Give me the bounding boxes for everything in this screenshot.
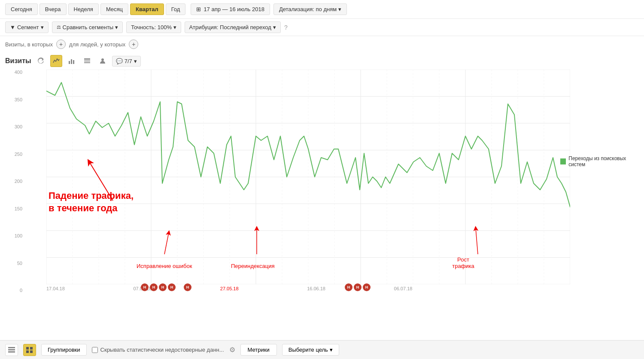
accuracy-button[interactable]: Точность: 100% ▾ <box>126 21 181 33</box>
svg-rect-47 <box>30 350 33 353</box>
chart-wrapper: 400 350 300 250 200 150 100 50 0 <box>4 70 640 306</box>
legend-label: Переходы из поисковых систем <box>568 155 640 167</box>
grouping-button[interactable]: Группировки <box>41 344 87 356</box>
tab-week[interactable]: Неделя <box>68 3 99 15</box>
event-marker-h8: H <box>363 283 371 291</box>
user-icon <box>99 58 106 64</box>
hide-stats-checkbox[interactable] <box>92 347 98 353</box>
list-view-button[interactable] <box>5 344 18 356</box>
legend: Переходы из поисковых систем <box>560 155 640 167</box>
main-chart <box>46 70 570 284</box>
user-icon-button[interactable] <box>97 55 109 67</box>
event-marker-h4: H <box>168 283 176 291</box>
attribution-button[interactable]: Атрибуция: Последний переход ▾ <box>185 21 281 33</box>
svg-rect-5 <box>84 62 90 63</box>
goals-button[interactable]: Выберите цель ▾ <box>282 344 339 356</box>
tab-year[interactable]: Год <box>166 3 186 15</box>
visits-label: Визиты, в которых <box>5 41 53 48</box>
line-chart-icon-button[interactable] <box>50 55 62 67</box>
calendar-icon: ⊞ <box>196 6 201 12</box>
svg-rect-2 <box>73 60 74 64</box>
svg-rect-41 <box>8 347 15 348</box>
compare-icon: ⚖ <box>57 24 61 30</box>
event-marker-h2: H <box>150 283 158 291</box>
filter-icon: ▼ <box>10 24 15 30</box>
chevron-down-icon: ▾ <box>173 24 176 30</box>
x-label-3: 27.05.18 <box>220 286 239 291</box>
counter-button[interactable]: 💬 7/7 ▾ <box>112 56 141 67</box>
chevron-down-icon: ▾ <box>115 24 118 30</box>
tab-month[interactable]: Месяц <box>100 3 128 15</box>
bar-chart-icon-button[interactable] <box>66 55 78 67</box>
add-visit-condition-button[interactable]: + <box>56 40 66 49</box>
svg-rect-44 <box>26 347 29 350</box>
y-label-300: 300 <box>15 124 22 129</box>
svg-rect-1 <box>71 59 72 64</box>
chart-title: Визиты <box>5 57 31 65</box>
y-label-0: 0 <box>20 288 22 293</box>
date-range-label: 17 апр — 16 июль 2018 <box>204 6 264 12</box>
grid-view-button[interactable] <box>23 344 36 356</box>
y-label-200: 200 <box>15 179 22 184</box>
y-label-250: 250 <box>15 152 22 157</box>
legend-color-box <box>560 158 566 164</box>
y-axis: 400 350 300 250 200 150 100 50 0 <box>4 70 25 293</box>
list-view-icon <box>8 347 15 353</box>
line-chart-icon <box>53 58 60 64</box>
segment-bar: Визиты, в которых + для людей, у которых… <box>0 36 644 52</box>
event-marker-h7: H <box>354 283 361 291</box>
svg-rect-42 <box>8 349 15 350</box>
accuracy-label: Точность: 100% <box>131 24 172 30</box>
table-icon <box>84 58 91 64</box>
event-marker-h6: H <box>345 283 352 291</box>
comment-icon: 💬 <box>116 58 123 64</box>
metrics-button[interactable]: Метрики <box>240 344 277 356</box>
chevron-down-icon: ▾ <box>338 6 341 12</box>
svg-point-6 <box>101 58 104 61</box>
goals-label: Выберите цель <box>289 347 328 353</box>
grid-view-icon <box>26 347 33 353</box>
chart-header: Визиты 💬 7/7 ▾ <box>0 52 644 70</box>
x-label-5: 06.07.18 <box>394 286 413 291</box>
chevron-down-icon: ▾ <box>273 24 276 30</box>
detalization-button[interactable]: Детализация: по дням ▾ <box>273 3 347 15</box>
add-people-condition-button[interactable]: + <box>129 40 138 49</box>
svg-rect-0 <box>69 61 70 64</box>
attribution-label: Атрибуция: Последний переход <box>189 24 271 30</box>
bar-chart-icon <box>68 58 75 64</box>
top-bar: Сегодня Вчера Неделя Месяц Квартал Год ⊞… <box>0 0 644 19</box>
y-label-50: 50 <box>17 261 22 266</box>
counter-label: 7/7 <box>125 58 132 64</box>
chevron-down-icon: ▾ <box>330 347 333 353</box>
chevron-down-icon: ▾ <box>41 24 44 30</box>
y-label-150: 150 <box>15 206 22 211</box>
gear-settings-icon[interactable]: ⚙ <box>229 346 235 354</box>
table-icon-button[interactable] <box>81 55 93 67</box>
y-label-400: 400 <box>15 70 22 75</box>
svg-rect-43 <box>8 351 15 353</box>
x-axis: 17.04.18 07.05.18 27.05.18 16.06.18 06.0… <box>46 284 481 293</box>
svg-rect-3 <box>84 58 90 60</box>
segment-button[interactable]: ▼ Сегмент ▾ <box>5 21 49 33</box>
event-marker-h1: H <box>141 283 149 291</box>
hide-stats-text: Скрывать статистически недостоверные дан… <box>100 347 224 353</box>
tab-today[interactable]: Сегодня <box>5 3 38 15</box>
tab-yesterday[interactable]: Вчера <box>39 3 67 15</box>
y-label-350: 350 <box>15 97 22 102</box>
filter-bar: ▼ Сегмент ▾ ⚖ Сравнить сегменты ▾ Точнос… <box>0 19 644 36</box>
for-people-label: для людей, у которых <box>69 41 125 48</box>
y-label-100: 100 <box>15 233 22 238</box>
help-icon[interactable]: ? <box>284 24 288 31</box>
chevron-down-icon: ▾ <box>134 58 137 64</box>
hide-stats-label[interactable]: Скрывать статистически недостоверные дан… <box>92 347 224 353</box>
compare-segments-button[interactable]: ⚖ Сравнить сегменты ▾ <box>52 21 123 33</box>
svg-rect-45 <box>30 347 33 350</box>
compare-label: Сравнить сегменты <box>63 24 114 30</box>
refresh-icon-button[interactable] <box>35 55 47 67</box>
svg-rect-46 <box>26 350 29 353</box>
tab-quarter[interactable]: Квартал <box>130 3 164 15</box>
date-range-button[interactable]: ⊞ 17 апр — 16 июль 2018 <box>191 3 270 15</box>
x-label-1: 17.04.18 <box>46 286 65 291</box>
event-marker-h3: H <box>159 283 167 291</box>
bottom-bar: Группировки Скрывать статистически недос… <box>0 340 644 359</box>
